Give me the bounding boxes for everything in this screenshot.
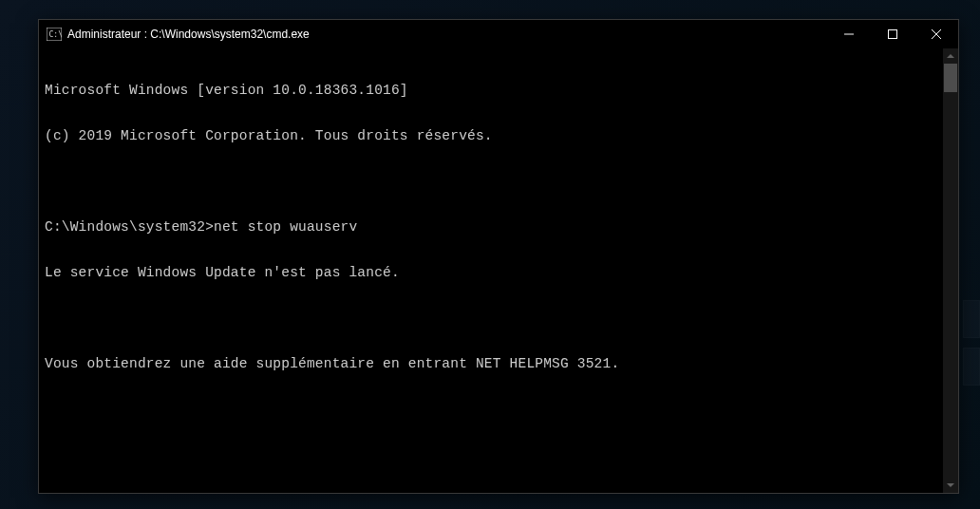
scroll-up-button[interactable] [943,48,958,64]
minimize-button[interactable] [827,20,871,48]
terminal-line: Vous obtiendrez une aide supplémentaire … [45,356,937,371]
terminal-line [45,447,937,462]
titlebar[interactable]: C:\ Administrateur : C:\Windows\system32… [39,20,958,48]
maximize-button[interactable] [871,20,914,48]
svg-rect-3 [889,30,897,39]
terminal-line: Microsoft Windows [version 10.0.18363.10… [45,83,937,98]
terminal-line: C:\Windows\system32>net stop wuauserv [45,219,937,235]
scroll-thumb[interactable] [944,64,957,92]
terminal-line: Le service Windows Update n'est pas lanc… [45,265,937,280]
window-controls [827,20,958,48]
cmd-icon: C:\ [47,28,62,41]
terminal-body: Microsoft Windows [version 10.0.18363.10… [39,48,958,493]
close-button[interactable] [914,20,958,48]
terminal-line [45,174,937,189]
terminal-output[interactable]: Microsoft Windows [version 10.0.18363.10… [39,48,943,493]
svg-text:C:\: C:\ [49,30,63,39]
scrollbar[interactable] [943,48,958,493]
terminal-line [45,402,937,417]
svg-marker-6 [947,54,954,58]
cmd-window: C:\ Administrateur : C:\Windows\system32… [38,19,959,494]
terminal-line: (c) 2019 Microsoft Corporation. Tous dro… [45,128,937,143]
scroll-down-button[interactable] [943,478,958,493]
svg-marker-7 [947,483,954,487]
terminal-line [45,311,937,326]
window-title: Administrateur : C:\Windows\system32\cmd… [67,28,827,41]
